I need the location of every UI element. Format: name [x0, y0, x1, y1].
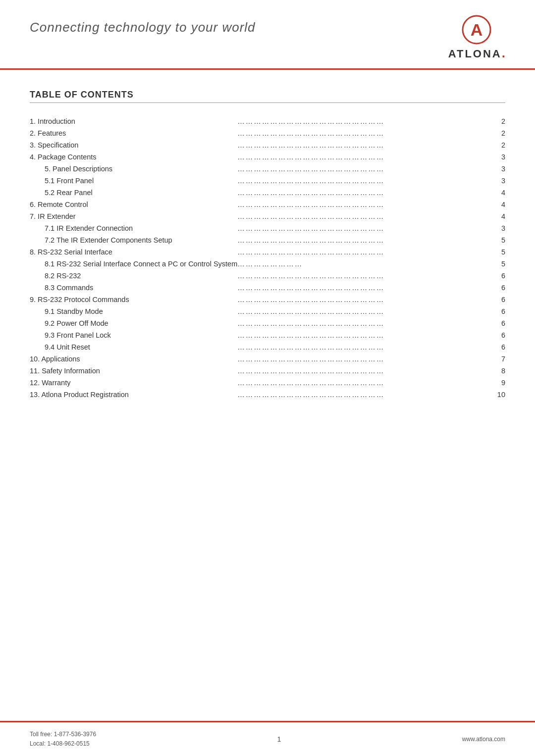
toc-entry-dots: ………………………………………………	[237, 389, 497, 401]
toc-entry-page: 4	[497, 210, 505, 222]
toc-title: TABLE OF CONTENTS	[30, 90, 505, 103]
toc-entry-label: 8.3 Commands	[30, 282, 237, 294]
toc-entry: 8. RS-232 Serial Interface………………………………………	[30, 246, 505, 258]
toc-entry-page: 3	[497, 222, 505, 234]
toc-entry-page: 3	[497, 163, 505, 175]
toc-entry-dots: ……………………	[237, 258, 497, 270]
toc-entry: 5.2 Rear Panel………………………………………………4	[30, 187, 505, 199]
toll-free-line: Toll free: 1-877-536-3976	[30, 730, 96, 739]
toc-entry-label: 9.1 Standby Mode	[30, 305, 237, 317]
toll-free-number: 1-877-536-3976	[54, 731, 96, 738]
toc-entry-label: 3. Specification	[30, 139, 237, 151]
toc-entry-page: 7	[497, 353, 505, 365]
toc-entry-page: 5	[497, 258, 505, 270]
toc-entry-label: 6. Remote Control	[30, 199, 237, 210]
toc-entry-dots: ………………………………………………	[237, 341, 497, 353]
toc-entry-page: 3	[497, 151, 505, 163]
toc-entry-label: 9.3 Front Panel Lock	[30, 329, 237, 341]
toc-entry-dots: ………………………………………………	[237, 187, 497, 199]
toc-entry-page: 6	[497, 270, 505, 282]
toc-entry-label: 5.2 Rear Panel	[30, 187, 237, 199]
toc-entry-label: 5.1 Front Panel	[30, 175, 237, 187]
toc-entry: 8.3 Commands………………………………………………6	[30, 282, 505, 294]
page-footer: Toll free: 1-877-536-3976 Local: 1-408-9…	[0, 721, 535, 756]
atlona-logo: A ATLONA.	[448, 15, 505, 61]
toc-entry: 4. Package Contents………………………………………………3	[30, 151, 505, 163]
toc-entry-label: 8.2 RS-232	[30, 270, 237, 282]
toc-entry-page: 10	[497, 389, 505, 401]
local-label: Local:	[30, 740, 46, 747]
toc-entry-page: 4	[497, 187, 505, 199]
toc-entry-label: 13. Atlona Product Registration	[30, 389, 237, 401]
toc-entry-label: 10. Applications	[30, 353, 237, 365]
toc-entry: 10. Applications………………………………………………7	[30, 353, 505, 365]
toc-entry-dots: ………………………………………………	[237, 294, 497, 305]
tagline: Connecting technology to your world	[30, 15, 256, 35]
toc-entry-page: 4	[497, 199, 505, 210]
toc-entry-dots: ………………………………………………	[237, 305, 497, 317]
toc-entry-label: 9.4 Unit Reset	[30, 341, 237, 353]
toc-entry-label: 2. Features	[30, 127, 237, 139]
logo-container: A ATLONA.	[448, 15, 505, 61]
toc-entry: 7.1 IR Extender Connection………………………………………	[30, 222, 505, 234]
toc-entry-dots: ………………………………………………	[237, 282, 497, 294]
toc-entry-page: 5	[497, 246, 505, 258]
toc-entry-label: 1. Introduction	[30, 115, 237, 127]
footer-website: www.atlona.com	[462, 736, 505, 743]
toc-entry-label: 9.2 Power Off Mode	[30, 317, 237, 329]
toc-table: 1. Introduction………………………………………………22. Fea…	[30, 115, 505, 401]
toc-entry-page: 6	[497, 341, 505, 353]
toc-entry-dots: ………………………………………………	[237, 139, 497, 151]
toc-entry-page: 6	[497, 282, 505, 294]
toc-entry: 6. Remote Control………………………………………………4	[30, 199, 505, 210]
toc-entry: 8.1 RS-232 Serial Interface Connect a PC…	[30, 258, 505, 270]
toc-entry-dots: ………………………………………………	[237, 234, 497, 246]
toc-entry: 9. RS-232 Protocol Commands……………………………………	[30, 294, 505, 305]
toc-entry-dots: ………………………………………………	[237, 246, 497, 258]
toc-entry-dots: ………………………………………………	[237, 270, 497, 282]
toc-entry-dots: ………………………………………………	[237, 175, 497, 187]
toc-entry: 13. Atlona Product Registration…………………………	[30, 389, 505, 401]
toc-entry-dots: ………………………………………………	[237, 163, 497, 175]
toc-entry: 8.2 RS-232………………………………………………6	[30, 270, 505, 282]
main-content: TABLE OF CONTENTS 1. Introduction……………………	[0, 70, 535, 450]
page-number: 1	[277, 735, 281, 743]
toc-entry: 9.2 Power Off Mode………………………………………………6	[30, 317, 505, 329]
toc-entry-label: 9. RS-232 Protocol Commands	[30, 294, 237, 305]
toc-entry: 5. Panel Descriptions………………………………………………3	[30, 163, 505, 175]
toc-entry-label: 7.2 The IR Extender Components Setup	[30, 234, 237, 246]
toc-entry-page: 2	[497, 139, 505, 151]
toc-entry-page: 6	[497, 317, 505, 329]
toc-entry-dots: ………………………………………………	[237, 222, 497, 234]
toc-entry-dots: ………………………………………………	[237, 377, 497, 389]
toc-entry: 1. Introduction………………………………………………2	[30, 115, 505, 127]
toc-entry: 9.4 Unit Reset………………………………………………6	[30, 341, 505, 353]
toc-entry-label: 8. RS-232 Serial Interface	[30, 246, 237, 258]
svg-text:A: A	[471, 20, 483, 39]
toc-entry: 5.1 Front Panel………………………………………………3	[30, 175, 505, 187]
toc-entry-dots: ………………………………………………	[237, 115, 497, 127]
logo-wordmark: ATLONA.	[448, 46, 505, 61]
toc-entry-label: 7. IR Extender	[30, 210, 237, 222]
toc-entry: 3. Specification………………………………………………2	[30, 139, 505, 151]
local-number: 1-408-962-0515	[47, 740, 89, 747]
toc-entry-dots: ………………………………………………	[237, 199, 497, 210]
toc-entry-page: 6	[497, 305, 505, 317]
toc-entry-dots: ………………………………………………	[237, 210, 497, 222]
toc-entry-page: 3	[497, 175, 505, 187]
toc-entry-page: 8	[497, 365, 505, 377]
toc-entry-page: 5	[497, 234, 505, 246]
toc-entry: 2. Features………………………………………………2	[30, 127, 505, 139]
toc-entry: 9.3 Front Panel Lock………………………………………………6	[30, 329, 505, 341]
logo-text: ATLONA	[448, 48, 502, 60]
toc-entry: 12. Warranty………………………………………………9	[30, 377, 505, 389]
toc-entry-label: 8.1 RS-232 Serial Interface Connect a PC…	[30, 258, 237, 270]
toc-entry-page: 6	[497, 329, 505, 341]
footer-contact: Toll free: 1-877-536-3976 Local: 1-408-9…	[30, 730, 96, 749]
page-header: Connecting technology to your world A AT…	[0, 0, 535, 70]
toc-entry: 11. Safety Information…………………………………………………	[30, 365, 505, 377]
toc-entry-page: 2	[497, 115, 505, 127]
local-line: Local: 1-408-962-0515	[30, 739, 96, 749]
toc-entry: 7.2 The IR Extender Components Setup……………	[30, 234, 505, 246]
toc-entry-dots: ………………………………………………	[237, 317, 497, 329]
